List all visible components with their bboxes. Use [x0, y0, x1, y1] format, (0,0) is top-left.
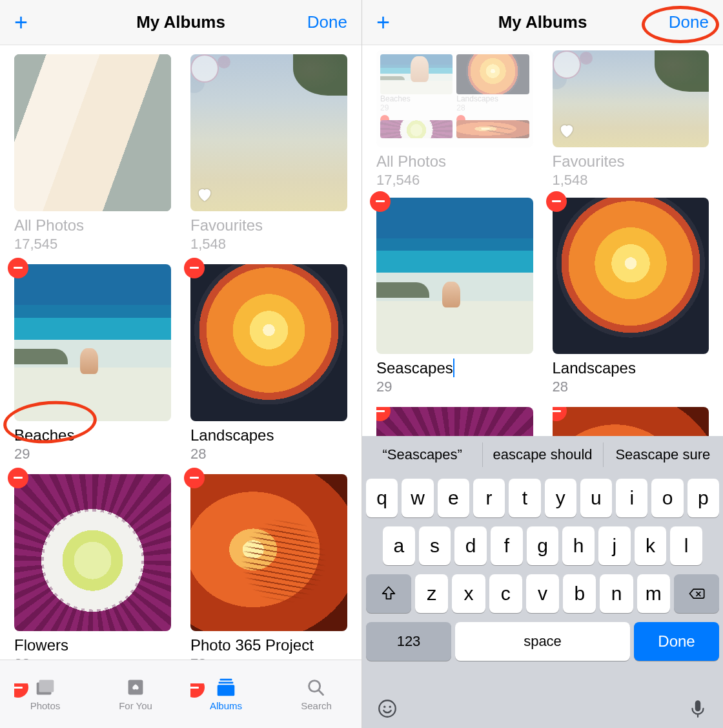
- album-count: 29: [14, 445, 171, 464]
- album-title[interactable]: Photo 365 Project: [190, 635, 347, 655]
- key-h[interactable]: h: [562, 526, 595, 565]
- key-v[interactable]: v: [526, 574, 559, 613]
- tab-photos[interactable]: Photos: [0, 660, 90, 728]
- delete-badge[interactable]: [184, 258, 205, 278]
- album-favourites[interactable]: Favourites 1,548: [553, 50, 709, 198]
- album-title[interactable]: Beaches: [14, 425, 171, 445]
- key-n[interactable]: n: [600, 574, 633, 613]
- svg-point-10: [389, 705, 391, 707]
- album-all-photos[interactable]: Beaches 29 Landscapes 28 All Photos 17,5…: [376, 50, 533, 198]
- key-space[interactable]: space: [455, 622, 630, 661]
- key-r[interactable]: r: [473, 479, 505, 517]
- key-q[interactable]: q: [366, 479, 398, 517]
- tab-foryou[interactable]: For You: [90, 660, 181, 728]
- album-seascapes[interactable]: Seascapes 29: [376, 198, 533, 404]
- album-count: 17,546: [376, 171, 533, 190]
- suggestion[interactable]: “Seascapes”: [362, 436, 482, 473]
- key-s[interactable]: s: [419, 526, 451, 565]
- album-thumb: [190, 264, 347, 421]
- tab-label: Search: [301, 700, 332, 711]
- add-button[interactable]: +: [14, 11, 28, 34]
- key-y[interactable]: y: [545, 479, 576, 517]
- album-title-input[interactable]: Seascapes: [376, 358, 453, 378]
- key-m[interactable]: m: [637, 574, 670, 613]
- album-count: 28: [553, 378, 709, 397]
- key-j[interactable]: j: [598, 526, 631, 565]
- album-thumb: [553, 50, 709, 147]
- key-row-1: q w e r t y u i o p: [366, 479, 719, 517]
- svg-rect-4: [219, 681, 234, 683]
- album-title[interactable]: Flowers: [14, 635, 171, 655]
- key-o[interactable]: o: [651, 479, 683, 517]
- album-photo365[interactable]: Photo 365 Project 78: [190, 474, 347, 681]
- screen-right: + My Albums Done Beaches 29 Landscapes: [362, 0, 723, 728]
- done-button[interactable]: Done: [307, 12, 347, 32]
- keyboard: “Seascapes” eascape should Seascape sure…: [362, 436, 723, 728]
- tab-search[interactable]: Search: [271, 660, 362, 728]
- mini-count: 28: [456, 103, 529, 112]
- delete-badge[interactable]: [8, 258, 28, 278]
- key-p[interactable]: p: [687, 479, 719, 517]
- key-numbers[interactable]: 123: [366, 622, 451, 661]
- album-beaches[interactable]: Beaches 29: [14, 264, 171, 472]
- key-f[interactable]: f: [491, 526, 523, 565]
- album-all-photos[interactable]: All Photos 17,545: [14, 54, 171, 262]
- key-a[interactable]: a: [383, 526, 415, 565]
- suggestion[interactable]: eascape should: [482, 436, 602, 473]
- navbar: + My Albums Done: [362, 0, 723, 45]
- key-z[interactable]: z: [415, 574, 448, 613]
- shift-icon: [380, 585, 398, 603]
- album-title[interactable]: Landscapes: [553, 358, 709, 378]
- album-title: All Photos: [376, 151, 533, 171]
- key-i[interactable]: i: [616, 479, 647, 517]
- album-title[interactable]: Landscapes: [190, 425, 347, 445]
- navbar: + My Albums Done: [0, 0, 362, 45]
- album-landscapes[interactable]: Landscapes 28: [553, 198, 709, 404]
- key-d[interactable]: d: [454, 526, 487, 565]
- key-w[interactable]: w: [402, 479, 433, 517]
- delete-badge[interactable]: [8, 468, 28, 488]
- key-u[interactable]: u: [580, 479, 612, 517]
- album-landscapes[interactable]: Landscapes 28: [190, 264, 347, 472]
- albums-grid-container: All Photos 17,545 Favourites 1,548 Beach…: [0, 45, 362, 728]
- dictation-button[interactable]: [687, 698, 709, 722]
- album-title: Favourites: [553, 151, 709, 171]
- delete-badge[interactable]: [370, 191, 391, 212]
- key-shift[interactable]: [366, 574, 411, 613]
- key-l[interactable]: l: [670, 526, 702, 565]
- album-thumb: [190, 54, 347, 211]
- plus-icon: +: [376, 9, 390, 36]
- key-e[interactable]: e: [438, 479, 469, 517]
- album-thumb: [14, 474, 171, 631]
- key-c[interactable]: c: [489, 574, 522, 613]
- key-x[interactable]: x: [452, 574, 485, 613]
- suggestion[interactable]: Seascape sure: [603, 436, 723, 473]
- svg-rect-11: [695, 700, 701, 711]
- album-thumb: [14, 54, 171, 211]
- key-t[interactable]: t: [509, 479, 540, 517]
- photos-icon: [33, 677, 57, 698]
- add-button[interactable]: +: [376, 11, 390, 34]
- album-favourites[interactable]: Favourites 1,548: [190, 54, 347, 262]
- key-g[interactable]: g: [527, 526, 559, 565]
- emoji-button[interactable]: [376, 698, 398, 722]
- album-flowers[interactable]: Flowers 28: [14, 474, 171, 681]
- delete-badge[interactable]: [184, 468, 205, 488]
- key-k[interactable]: k: [635, 526, 667, 565]
- delete-badge[interactable]: [546, 191, 567, 212]
- done-button[interactable]: Done: [669, 12, 709, 32]
- key-b[interactable]: b: [563, 574, 596, 613]
- album-title: Favourites: [190, 215, 347, 235]
- tab-label: For You: [119, 700, 152, 711]
- screen-left: + My Albums Done All Photos 17,545 Favou…: [0, 0, 362, 728]
- plus-icon: +: [14, 9, 28, 36]
- svg-point-9: [383, 705, 385, 707]
- backspace-icon: [687, 585, 706, 603]
- svg-rect-1: [39, 680, 54, 692]
- album-count: 1,548: [553, 171, 709, 190]
- key-done[interactable]: Done: [634, 622, 719, 661]
- key-backspace[interactable]: [674, 574, 719, 613]
- tab-label: Photos: [30, 700, 61, 711]
- album-thumb: [14, 264, 171, 421]
- heart-icon: [558, 121, 576, 142]
